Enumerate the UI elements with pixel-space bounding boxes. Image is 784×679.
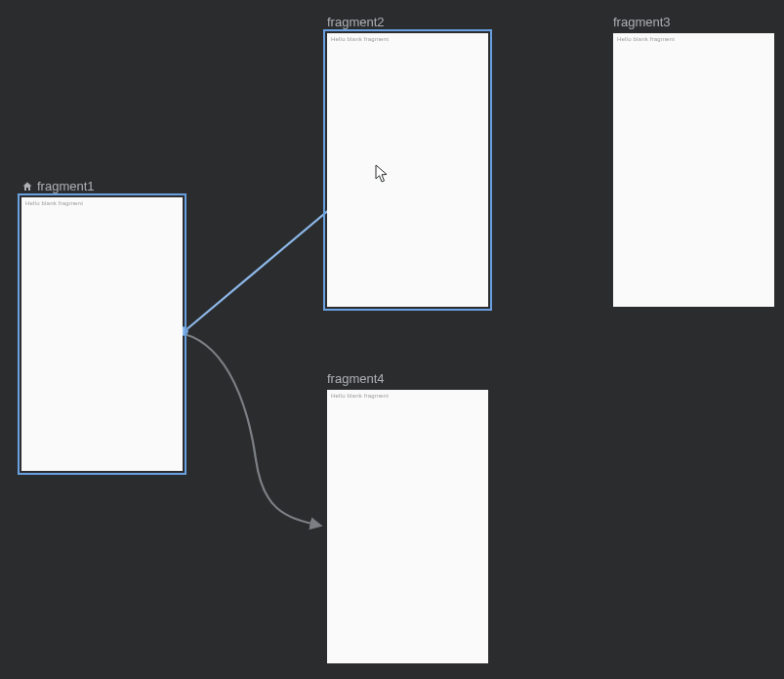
node-label: fragment3 bbox=[613, 15, 671, 29]
preview-text: Hello blank fragment bbox=[331, 393, 389, 399]
node-title: fragment2 bbox=[327, 15, 488, 29]
nav-graph-canvas[interactable]: fragment1 Hello blank fragment fragment2… bbox=[0, 0, 784, 679]
node-fragment2[interactable]: fragment2 Hello blank fragment bbox=[327, 15, 488, 307]
node-title: fragment4 bbox=[327, 371, 488, 386]
fragment-preview[interactable]: Hello blank fragment bbox=[327, 33, 488, 307]
preview-text: Hello blank fragment bbox=[617, 36, 675, 42]
fragment-preview[interactable]: Hello blank fragment bbox=[21, 197, 183, 471]
node-fragment1[interactable]: fragment1 Hello blank fragment bbox=[21, 179, 183, 471]
node-label: fragment4 bbox=[327, 371, 385, 386]
node-title: fragment3 bbox=[613, 15, 774, 29]
node-title: fragment1 bbox=[21, 179, 183, 193]
edge-pending bbox=[185, 334, 320, 526]
node-fragment3[interactable]: fragment3 Hello blank fragment bbox=[613, 15, 774, 307]
node-label: fragment2 bbox=[327, 15, 385, 29]
node-label: fragment1 bbox=[37, 179, 95, 193]
node-fragment4[interactable]: fragment4 Hello blank fragment bbox=[327, 371, 488, 663]
fragment-preview[interactable]: Hello blank fragment bbox=[613, 33, 774, 307]
preview-text: Hello blank fragment bbox=[25, 200, 83, 206]
fragment-preview[interactable]: Hello blank fragment bbox=[327, 390, 488, 663]
home-icon bbox=[21, 181, 33, 192]
preview-text: Hello blank fragment bbox=[331, 36, 389, 42]
